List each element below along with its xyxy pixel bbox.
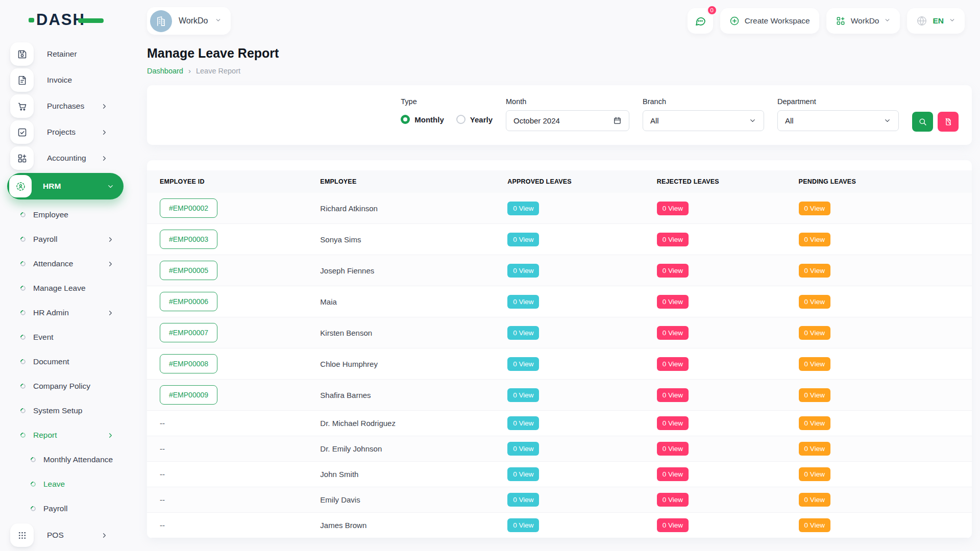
rejected-leaves-view-badge[interactable]: 0 View (657, 357, 689, 371)
sidebar-item-hrm[interactable]: HRM (7, 173, 124, 199)
approved-leaves-view-badge[interactable]: 0 View (507, 357, 539, 371)
employee-id-chip[interactable]: #EMP00002 (160, 198, 217, 218)
pending-leaves-view-badge[interactable]: 0 View (799, 416, 830, 430)
breadcrumb-current: Leave Report (196, 67, 240, 75)
sidebar-item-event[interactable]: Event (0, 325, 133, 349)
approved-leaves-view-badge[interactable]: 0 View (507, 295, 539, 309)
sidebar-item-system-setup[interactable]: System Setup (0, 398, 133, 423)
bullet-icon (19, 432, 27, 439)
create-workspace-button[interactable]: Create Workspace (720, 8, 819, 34)
app-root: DASH RetainerInvoicePurchasesProjectsAcc… (0, 0, 980, 551)
rejected-leaves-view-badge[interactable]: 0 View (657, 264, 689, 278)
employee-id-chip[interactable]: #EMP00008 (160, 354, 217, 373)
sidebar-item-monthly-attendance[interactable]: Monthly Attendance (0, 447, 133, 472)
employee-id-empty: -- (160, 470, 165, 479)
rejected-leaves-view-badge[interactable]: 0 View (657, 493, 689, 507)
logo-accent-dash (78, 18, 104, 23)
sidebar-item-leave[interactable]: Leave (0, 472, 133, 496)
language-selector[interactable]: EN (907, 8, 965, 34)
reset-filter-button[interactable] (938, 112, 959, 132)
search-button[interactable] (912, 112, 933, 132)
sidebar-item-payroll[interactable]: Payroll (0, 496, 133, 521)
sidebar-item-label: Leave (43, 480, 65, 489)
sidebar-item-projects[interactable]: Projects (10, 120, 124, 144)
rejected-leaves-view-badge[interactable]: 0 View (657, 202, 689, 215)
pending-leaves-view-badge[interactable]: 0 View (799, 326, 830, 340)
employee-id-chip[interactable]: #EMP00007 (160, 323, 217, 342)
employee-id-chip[interactable]: #EMP00006 (160, 292, 217, 311)
rejected-leaves-view-badge[interactable]: 0 View (657, 442, 689, 456)
workspace-switcher[interactable]: WorkDo (147, 7, 231, 35)
rejected-leaves-view-badge[interactable]: 0 View (657, 233, 689, 246)
table-header-row: EMPLOYEE IDEMPLOYEEAPPROVED LEAVESREJECT… (147, 170, 972, 193)
approved-leaves-view-badge[interactable]: 0 View (507, 326, 539, 340)
approved-leaves-view-badge[interactable]: 0 View (507, 493, 539, 507)
approved-leaves-view-badge[interactable]: 0 View (507, 518, 539, 532)
month-input[interactable]: October 2024 (506, 110, 629, 131)
sidebar-item-label: Report (33, 431, 57, 440)
sidebar-item-manage-leave[interactable]: Manage Leave (0, 276, 133, 300)
sidebar-item-pos[interactable]: POS (10, 523, 124, 547)
sidebar-item-company-policy[interactable]: Company Policy (0, 374, 133, 398)
pending-leaves-view-badge[interactable]: 0 View (799, 264, 830, 278)
rejected-leaves-view-badge[interactable]: 0 View (657, 467, 689, 481)
monthly-radio[interactable]: Monthly (401, 115, 444, 124)
messages-button[interactable]: 0 (688, 8, 713, 34)
bullet-icon (19, 236, 27, 243)
sidebar-item-document[interactable]: Document (0, 349, 133, 374)
rejected-leaves-view-badge[interactable]: 0 View (657, 518, 689, 532)
workdo-menu-button[interactable]: WorkDo (826, 8, 900, 34)
building-icon (155, 15, 167, 27)
employee-name: Chloe Humphrey (320, 348, 507, 380)
pending-leaves-view-badge[interactable]: 0 View (799, 388, 830, 402)
yearly-radio[interactable]: Yearly (456, 115, 493, 124)
sidebar-item-label: Employee (33, 210, 68, 219)
messages-count-badge: 0 (706, 5, 718, 16)
sidebar-item-retainer[interactable]: Retainer (10, 42, 124, 66)
sidebar-item-accounting[interactable]: Accounting (10, 146, 124, 170)
approved-leaves-view-badge[interactable]: 0 View (507, 442, 539, 456)
pending-leaves-view-badge[interactable]: 0 View (799, 233, 830, 246)
sidebar-item-payroll[interactable]: Payroll (0, 227, 133, 252)
employee-id-chip[interactable]: #EMP00005 (160, 261, 217, 280)
pending-leaves-view-badge[interactable]: 0 View (799, 202, 830, 215)
pending-leaves-view-badge[interactable]: 0 View (799, 493, 830, 507)
approved-leaves-view-badge[interactable]: 0 View (507, 264, 539, 278)
sidebar-item-purchases[interactable]: Purchases (10, 94, 124, 118)
pending-leaves-view-badge[interactable]: 0 View (799, 295, 830, 309)
type-filter-group: Type Monthly Yearly (401, 97, 493, 132)
department-label: Department (777, 97, 899, 106)
sidebar-item-invoice[interactable]: Invoice (10, 68, 124, 92)
rejected-leaves-view-badge[interactable]: 0 View (657, 388, 689, 402)
approved-leaves-view-badge[interactable]: 0 View (507, 202, 539, 215)
employee-id-empty: -- (160, 495, 165, 504)
employee-id-chip[interactable]: #EMP00009 (160, 385, 217, 405)
app-logo[interactable]: DASH (0, 0, 133, 40)
pending-leaves-view-badge[interactable]: 0 View (799, 467, 830, 481)
month-label: Month (506, 97, 629, 106)
employee-name: Maia (320, 286, 507, 317)
workspace-avatar (150, 10, 172, 32)
sidebar-item-report[interactable]: Report (0, 423, 133, 447)
approved-leaves-view-badge[interactable]: 0 View (507, 467, 539, 481)
bullet-icon (30, 505, 37, 512)
employee-id-chip[interactable]: #EMP00003 (160, 230, 217, 249)
topbar-actions: 0 Create Workspace WorkDo EN (688, 8, 965, 34)
rejected-leaves-view-badge[interactable]: 0 View (657, 326, 689, 340)
approved-leaves-view-badge[interactable]: 0 View (507, 233, 539, 246)
chevron-right-icon (107, 309, 114, 317)
approved-leaves-view-badge[interactable]: 0 View (507, 416, 539, 430)
pending-leaves-view-badge[interactable]: 0 View (799, 357, 830, 371)
approved-leaves-view-badge[interactable]: 0 View (507, 388, 539, 402)
branch-select[interactable]: All (643, 110, 764, 131)
pending-leaves-view-badge[interactable]: 0 View (799, 518, 830, 532)
rejected-leaves-view-badge[interactable]: 0 View (657, 416, 689, 430)
breadcrumb-dashboard-link[interactable]: Dashboard (147, 67, 183, 75)
rejected-leaves-view-badge[interactable]: 0 View (657, 295, 689, 309)
sidebar-nav: RetainerInvoicePurchasesProjectsAccounti… (0, 42, 133, 547)
sidebar-item-hr-admin[interactable]: HR Admin (0, 300, 133, 325)
department-select[interactable]: All (777, 110, 899, 131)
sidebar-item-employee[interactable]: Employee (0, 203, 133, 227)
pending-leaves-view-badge[interactable]: 0 View (799, 442, 830, 456)
sidebar-item-attendance[interactable]: Attendance (0, 252, 133, 276)
